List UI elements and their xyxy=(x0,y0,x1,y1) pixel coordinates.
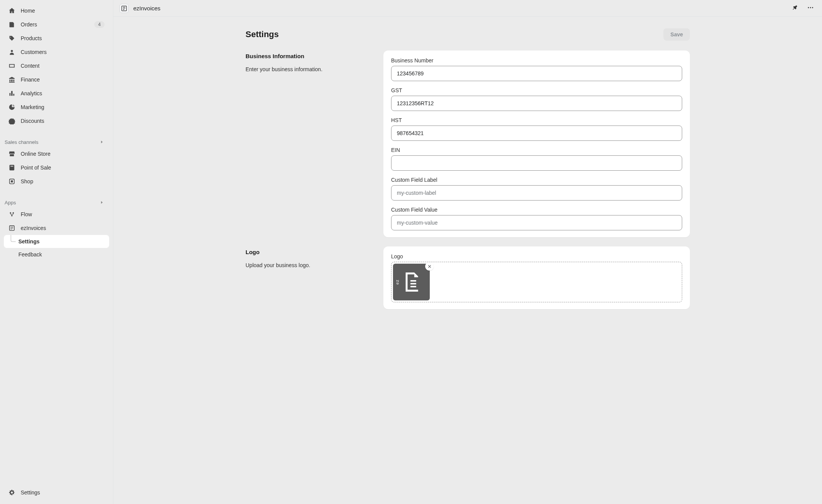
nav-label: Home xyxy=(21,8,105,14)
more-icon xyxy=(807,4,814,12)
nav-shop[interactable]: Shop xyxy=(4,175,109,188)
orders-icon xyxy=(8,21,15,28)
app-icon xyxy=(120,4,129,13)
section-label: Sales channels xyxy=(5,139,38,145)
customers-icon xyxy=(8,49,15,55)
input-ein[interactable] xyxy=(391,155,682,171)
analytics-icon xyxy=(8,90,15,97)
label-hst: HST xyxy=(391,117,682,123)
section-logo: Logo Upload your business logo. Logo ez … xyxy=(246,246,690,309)
nav-label: Marketing xyxy=(21,104,105,110)
nav-label: Products xyxy=(21,35,105,41)
logo-card: Logo ez ✕ xyxy=(383,246,690,309)
nav-label: Feedback xyxy=(18,251,42,258)
label-ein: EIN xyxy=(391,147,682,153)
nav-label: Analytics xyxy=(21,90,105,96)
nav-orders[interactable]: Orders 4 xyxy=(4,18,109,31)
nav-marketing[interactable]: Marketing xyxy=(4,100,109,114)
nav-ezinvoices-settings[interactable]: Settings xyxy=(4,235,109,248)
close-icon: ✕ xyxy=(427,264,432,269)
label-custom-field-label: Custom Field Label xyxy=(391,177,682,183)
svg-point-1 xyxy=(10,212,11,214)
nav-label: ezInvoices xyxy=(21,225,105,231)
business-info-card: Business Number GST HST EIN xyxy=(383,51,690,237)
nav-discounts[interactable]: Discounts xyxy=(4,114,109,128)
document-icon xyxy=(400,271,423,294)
save-button[interactable]: Save xyxy=(663,28,690,41)
marketing-icon xyxy=(8,104,15,111)
svg-point-8 xyxy=(812,7,813,8)
nav-flow[interactable]: Flow xyxy=(4,207,109,221)
label-custom-field-value: Custom Field Value xyxy=(391,207,682,213)
nav-label: Settings xyxy=(18,238,39,245)
section-apps[interactable]: Apps xyxy=(4,197,109,207)
nav-home[interactable]: Home xyxy=(4,4,109,18)
nav-ezinvoices[interactable]: ezInvoices xyxy=(4,221,109,235)
flow-icon xyxy=(8,211,15,218)
shop-icon xyxy=(8,178,15,185)
page-title: Settings xyxy=(246,29,279,39)
page-header: Settings Save xyxy=(246,28,690,41)
pos-icon xyxy=(8,164,15,171)
section-title: Logo xyxy=(246,249,376,255)
chevron-right-icon xyxy=(99,200,105,205)
home-icon xyxy=(8,7,15,14)
section-label: Apps xyxy=(5,200,16,206)
nav-online-store[interactable]: Online Store xyxy=(4,147,109,161)
logo-text: ez xyxy=(395,279,400,285)
store-icon xyxy=(8,150,15,157)
more-button[interactable] xyxy=(805,3,816,14)
nav-label: Discounts xyxy=(21,118,105,124)
nav-label: Customers xyxy=(21,49,105,55)
svg-point-3 xyxy=(11,215,13,217)
section-title: Business Information xyxy=(246,53,376,59)
discounts-icon xyxy=(8,117,15,124)
input-custom-field-value[interactable] xyxy=(391,215,682,230)
input-custom-field-label[interactable] xyxy=(391,185,682,201)
nav-finance[interactable]: Finance xyxy=(4,73,109,86)
logo-thumbnail: ez ✕ xyxy=(393,264,430,300)
svg-point-6 xyxy=(808,7,809,8)
sidebar: Home Orders 4 Products Customers Content xyxy=(0,0,113,504)
nav-customers[interactable]: Customers xyxy=(4,45,109,59)
section-sales-channels[interactable]: Sales channels xyxy=(4,137,109,147)
input-hst[interactable] xyxy=(391,126,682,141)
input-business-number[interactable] xyxy=(391,66,682,81)
finance-icon xyxy=(8,76,15,83)
nav-pos[interactable]: Point of Sale xyxy=(4,161,109,175)
input-gst[interactable] xyxy=(391,96,682,111)
remove-logo-button[interactable]: ✕ xyxy=(425,262,434,271)
ezinvoices-icon xyxy=(8,225,15,232)
nav-label: Shop xyxy=(21,178,105,184)
pin-button[interactable] xyxy=(790,3,801,14)
content-icon xyxy=(8,62,15,69)
nav-ezinvoices-feedback[interactable]: Feedback xyxy=(4,248,109,261)
label-logo: Logo xyxy=(391,253,682,259)
nav-label: Content xyxy=(21,63,105,69)
section-desc: Upload your business logo. xyxy=(246,262,376,268)
section-business-info: Business Information Enter your business… xyxy=(246,51,690,237)
nav-content[interactable]: Content xyxy=(4,59,109,73)
topbar: ezInvoices xyxy=(113,0,822,17)
nav-label: Flow xyxy=(21,211,105,217)
chevron-right-icon xyxy=(99,139,105,145)
label-gst: GST xyxy=(391,87,682,93)
nav-label: Settings xyxy=(21,489,105,496)
section-desc: Enter your business information. xyxy=(246,66,376,72)
gear-icon xyxy=(8,489,15,496)
pin-icon xyxy=(792,4,799,12)
products-icon xyxy=(8,35,15,42)
nav-label: Orders xyxy=(21,21,89,28)
label-business-number: Business Number xyxy=(391,57,682,64)
nav-analytics[interactable]: Analytics xyxy=(4,86,109,100)
logo-dropzone[interactable]: ez ✕ xyxy=(391,262,682,302)
app-title: ezInvoices xyxy=(133,5,160,11)
svg-point-7 xyxy=(810,7,811,8)
nav-label: Point of Sale xyxy=(21,165,105,171)
nav-label: Online Store xyxy=(21,151,105,157)
nav-badge: 4 xyxy=(94,21,105,28)
nav-settings[interactable]: Settings xyxy=(4,486,109,499)
nav-label: Finance xyxy=(21,77,105,83)
svg-point-2 xyxy=(13,212,14,214)
nav-products[interactable]: Products xyxy=(4,31,109,45)
